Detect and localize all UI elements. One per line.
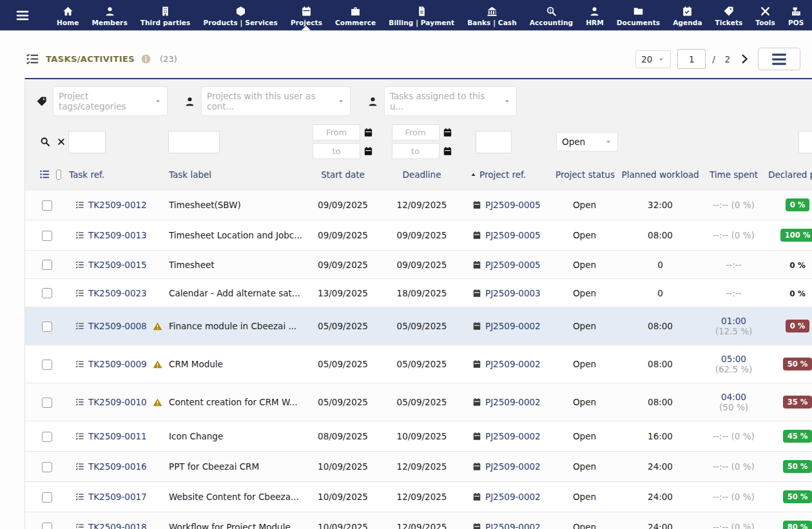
row-checkbox[interactable] — [42, 288, 52, 298]
nav-item-home[interactable]: Home — [50, 0, 85, 30]
filter-select-tasks-assigned-to-this-u[interactable]: Tasks assigned to this u... — [384, 86, 517, 116]
time-spent: --:-- — [703, 251, 764, 279]
info-icon[interactable] — [141, 54, 151, 64]
column-header-start_date[interactable]: Start date — [308, 165, 378, 190]
page-header: TASKS/ACTIVITIES (23) 20 / 2 — [0, 31, 812, 78]
column-header-deadline[interactable]: Deadline — [378, 165, 466, 190]
nav-item-pos[interactable]: POS — [782, 0, 810, 30]
nav-item-tickets[interactable]: Tickets — [709, 0, 749, 30]
project-status-filter[interactable]: Open — [556, 132, 618, 151]
task-ref-link[interactable]: TK2509-0016 — [88, 461, 147, 472]
task-ref-link[interactable]: TK2509-0017 — [88, 492, 147, 502]
declared-progress-search-input[interactable] — [798, 131, 812, 153]
task-ref-link[interactable]: TK2509-0008 — [88, 321, 147, 331]
calendar-picker-icon[interactable] — [443, 146, 452, 156]
project-status: Open — [552, 307, 617, 345]
column-header-project_status[interactable]: Project status — [552, 165, 617, 190]
calendar-picker-icon[interactable] — [363, 128, 373, 137]
project-ref-link[interactable]: PJ2509-0002 — [485, 431, 541, 441]
deadline-date: 18/09/2025 — [378, 279, 466, 307]
nav-item-hrm[interactable]: HRM — [579, 0, 610, 30]
start-date-to-input[interactable] — [313, 143, 360, 159]
calendar-picker-icon[interactable] — [443, 128, 452, 137]
column-header-planned_workload[interactable]: Planned workload — [617, 165, 703, 190]
project-ref-link[interactable]: PJ2509-0005 — [485, 230, 541, 240]
task-icon — [75, 492, 84, 501]
nav-item-third-parties[interactable]: Third parties — [134, 0, 197, 30]
time-spent[interactable]: 01:00 (12.5 %) — [703, 307, 764, 345]
nav-item-commerce[interactable]: Commerce — [329, 0, 382, 30]
project-ref-link[interactable]: PJ2509-0002 — [485, 321, 541, 331]
task-ref-link[interactable]: TK2509-0023 — [88, 288, 147, 298]
page-number-input[interactable] — [677, 49, 706, 69]
project-ref-link[interactable]: PJ2509-0002 — [485, 492, 541, 502]
column-header-time_spent[interactable]: Time spent — [703, 165, 764, 190]
start-date: 10/09/2025 — [308, 482, 378, 512]
declared-progress-badge: 80 % — [783, 521, 812, 529]
task-ref-link[interactable]: TK2509-0012 — [88, 200, 147, 210]
list-options-button[interactable] — [758, 48, 800, 70]
row-checkbox[interactable] — [42, 360, 52, 370]
time-spent[interactable]: 04:00 (50 %) — [703, 383, 764, 421]
deadline-to-input[interactable] — [392, 143, 440, 159]
task-ref-link[interactable]: TK2509-0013 — [88, 230, 147, 240]
time-spent: --:-- — [703, 279, 764, 307]
time-spent[interactable]: 05:00 (62.5 %) — [703, 345, 764, 383]
task-ref-link[interactable]: TK2509-0018 — [88, 522, 147, 529]
column-label: Project status — [556, 169, 615, 180]
sort-asc-icon — [470, 171, 477, 178]
column-header-declared_progress[interactable]: Declared progress — [764, 165, 812, 190]
nav-item-accounting[interactable]: Accounting — [523, 0, 579, 30]
task-ref-link[interactable]: TK2509-0015 — [88, 260, 147, 270]
task-ref-link[interactable]: TK2509-0009 — [88, 359, 147, 369]
row-checkbox[interactable] — [42, 432, 52, 442]
task-ref-search-input[interactable] — [68, 131, 106, 153]
project-ref-link[interactable]: PJ2509-0002 — [485, 397, 541, 407]
nav-item-agenda[interactable]: Agenda — [666, 0, 708, 30]
row-checkbox[interactable] — [42, 260, 52, 270]
row-checkbox[interactable] — [42, 398, 52, 408]
row-checkbox[interactable] — [42, 231, 52, 241]
task-ref-link[interactable]: TK2509-0010 — [88, 397, 147, 407]
project-ref-link[interactable]: PJ2509-0002 — [485, 461, 541, 472]
project-ref-link[interactable]: PJ2509-0005 — [485, 260, 541, 270]
row-checkbox[interactable] — [42, 492, 52, 503]
select-fields-icon[interactable] — [39, 169, 50, 180]
project-ref-link[interactable]: PJ2509-0005 — [485, 200, 541, 210]
calendar-picker-icon[interactable] — [363, 146, 373, 156]
task-label-search-input[interactable] — [168, 131, 220, 153]
column-header-task_ref[interactable]: Task ref. — [65, 165, 165, 190]
menu-toggle-button[interactable] — [9, 0, 36, 30]
project-ref-link[interactable]: PJ2509-0002 — [485, 522, 541, 529]
page-size-select[interactable]: 20 — [635, 50, 671, 68]
task-label: Website Content for Cbeeza... — [169, 492, 304, 502]
filter-select-projects-with-this-user-as-cont[interactable]: Projects with this user as cont... — [201, 86, 351, 116]
row-checkbox[interactable] — [42, 523, 52, 529]
search-button[interactable] — [40, 137, 50, 147]
start-date: 08/09/2025 — [308, 421, 378, 452]
nav-item-billing-payment[interactable]: Billing | Payment — [382, 0, 461, 30]
time-spent: --:-- (0 %) — [703, 512, 764, 529]
clear-search-button[interactable] — [57, 137, 66, 146]
start-date-from-input[interactable] — [313, 124, 360, 140]
column-header-project_ref[interactable]: Project ref. — [466, 165, 552, 190]
column-header-task_label[interactable]: Task label — [165, 165, 308, 190]
nav-item-products-services[interactable]: Products | Services — [197, 0, 284, 30]
nav-item-label: Tools — [755, 19, 775, 26]
nav-item-members[interactable]: Members — [85, 0, 133, 30]
nav-item-documents[interactable]: Documents — [610, 0, 666, 30]
project-ref-link[interactable]: PJ2509-0003 — [485, 288, 541, 298]
project-ref-search-input[interactable] — [476, 131, 512, 153]
row-checkbox[interactable] — [42, 322, 52, 332]
nav-item-tools[interactable]: Tools — [749, 0, 782, 30]
row-checkbox[interactable] — [42, 462, 52, 472]
project-ref-link[interactable]: PJ2509-0002 — [485, 359, 541, 369]
nav-item-projects[interactable]: Projects — [284, 0, 329, 30]
deadline-from-input[interactable] — [392, 124, 440, 140]
row-checkbox[interactable] — [42, 200, 52, 211]
select-all-checkbox[interactable] — [56, 169, 61, 180]
filter-select-project-tags-categories[interactable]: Project tags/categories — [53, 86, 168, 116]
next-page-button[interactable] — [738, 52, 751, 66]
task-ref-link[interactable]: TK2509-0011 — [88, 431, 147, 441]
nav-item-banks-cash[interactable]: Banks | Cash — [461, 0, 523, 30]
